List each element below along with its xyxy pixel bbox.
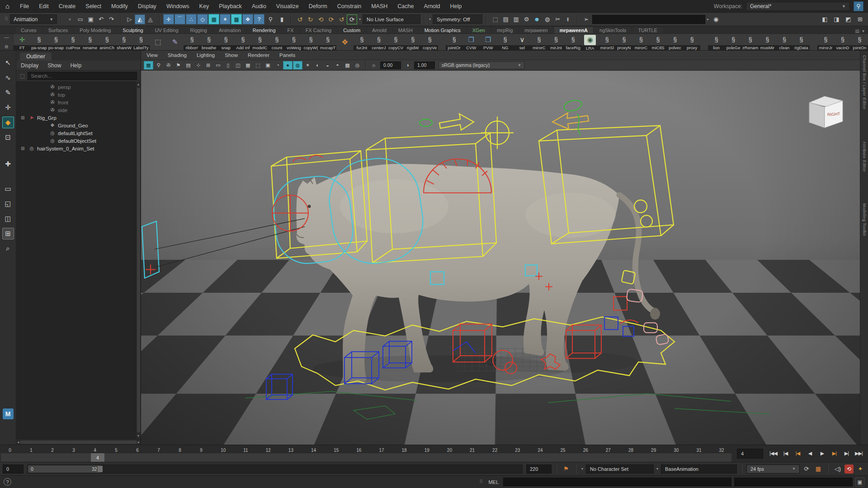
shelf-item[interactable]: § proxy [684,34,701,50]
shelf-gear-icon[interactable]: ⚙ [5,44,9,49]
layout-button[interactable]: ⌕ [2,243,14,254]
shelf-tab[interactable]: Curves [15,27,42,33]
expand-icon[interactable]: ⊞ [21,115,26,120]
selection-mode-icon[interactable]: ▷ [124,14,135,24]
frame-tick-label[interactable]: 12 [266,448,271,453]
playback-button[interactable]: |◀ [792,448,803,459]
menu-item[interactable]: Key [194,3,214,9]
frame-tick-label[interactable]: 30 [674,448,679,453]
command-language-toggle[interactable]: MEL [486,479,500,485]
sidebar-toggle-icon[interactable]: ◩ [843,14,854,24]
menu-item[interactable]: Audio [247,3,271,9]
fps-dropdown[interactable]: 24 fps ▼ [746,465,800,474]
snap-icon[interactable]: ▦ [208,14,219,24]
snap-icon[interactable]: ◇ [197,14,208,24]
shelf-item[interactable]: ◉ LRA [581,34,599,50]
colorspace-dropdown[interactable]: sRGB gamma (legacy) ▼ [439,61,524,69]
chevron-down-icon[interactable]: ▾ [656,467,658,471]
viewport-toolbar-icon[interactable]: ▩ [343,61,352,70]
shelf-config-icon[interactable]: ▤ [855,28,859,33]
sidebar-vertical-tab[interactable]: Modeling Toolkit [862,203,867,236]
menu-item[interactable]: Create [54,3,81,9]
shelf-tab[interactable]: Arnold [367,27,392,33]
layout-button[interactable]: ▭ [2,183,14,195]
shelf-item[interactable]: § LabelTy [132,34,150,50]
frame-tick-label[interactable]: 22 [492,448,497,453]
script-editor-icon[interactable]: ▣ [855,478,864,487]
sidebar-toggle-icon[interactable]: ◧ [820,14,830,24]
render-icon[interactable]: ▤ [500,14,511,24]
frame-tick-label[interactable]: 24 [538,448,542,453]
shelf-item[interactable] [438,34,445,50]
workspace-lock-button[interactable]: ⚲ [854,1,863,11]
viewport-toolbar-icon[interactable]: ▦ [144,61,153,70]
svg-text:RIGHT[interactable]: RIGHT [827,112,840,117]
history-icon[interactable]: ⟳ [326,14,336,24]
render-icon[interactable]: ◍ [542,14,552,24]
shelf-item[interactable]: § shareW [115,34,132,50]
shelf-item[interactable]: § furJnt [354,34,371,50]
tool-button[interactable]: ✛ [2,102,14,113]
menu-item[interactable]: Cache [392,3,419,9]
shelf-tab[interactable]: Sculpting [117,27,148,33]
shelf-collapse-icon[interactable]: — [5,35,9,40]
menu-item[interactable]: Constrain [332,3,367,9]
layout-button[interactable]: ◱ [2,198,14,210]
shelf-item[interactable]: § copyW( [302,34,320,50]
auto-keyframe-icon[interactable]: ⟲ [844,465,854,474]
exposure-field[interactable]: 0.00 [380,61,401,69]
animation-prefs-icon[interactable]: ✦ [855,464,865,474]
frame-tick-label[interactable]: 0 [8,448,12,453]
shelf-tab[interactable]: TURTLE [632,27,663,33]
shelf-tab[interactable]: UV Editing [150,27,184,33]
layout-button[interactable]: ⊞ [2,228,14,239]
shelf-item[interactable]: § ribbon' [184,34,201,50]
outliner-row[interactable]: ✇ persp [16,83,136,91]
highlight-selection-icon[interactable]: ▮ [277,14,287,24]
menu-item[interactable]: Help [445,3,467,9]
character-input-icon[interactable]: ➢ [581,14,591,24]
sidebar-vertical-tab[interactable]: Channel Box / Layer Editor [862,55,867,110]
shelf-tab[interactable]: Surfaces [43,27,73,33]
shelf-item[interactable]: § rigidW [404,34,421,50]
outliner-menu-item[interactable]: Show [47,62,66,69]
viewport-toolbar-icon[interactable]: ◫ [233,61,243,70]
shelf-item[interactable]: § modelC [251,34,269,50]
file-icon[interactable]: ▫ [65,14,75,24]
viewport-toolbar-icon[interactable]: ◓ [333,61,342,70]
file-icon[interactable]: ▣ [85,14,96,24]
shelf-item[interactable]: ❒ PVW [480,34,497,50]
frame-tick-label[interactable]: 5 [114,448,118,453]
scroll-down-icon[interactable]: ▾ [137,434,139,438]
viewport-toolbar-icon[interactable]: ▤ [184,61,193,70]
shelf-item[interactable] [700,34,708,50]
shelf-item[interactable]: § copyVe [421,34,439,50]
playback-button[interactable]: ▶ [816,448,828,459]
shelf-item[interactable]: § mirorC [632,34,650,50]
viewport-toolbar-icon[interactable]: ◍ [293,61,302,70]
help-icon[interactable]: ? [4,478,11,486]
shelf-item[interactable]: § lion [708,34,725,50]
shelf-item[interactable]: § NG [497,34,514,50]
snap-icon[interactable]: ▩ [231,14,242,24]
shelf-item[interactable]: § mirorSl [599,34,616,50]
shelf-item[interactable]: ⬚ [150,34,167,50]
shelf-item[interactable]: ❖ [336,34,354,50]
menu-item[interactable]: Windows [161,3,194,9]
shelf-tab[interactable]: FX [282,27,299,33]
viewport-toolbar-icon[interactable]: ◔ [273,61,283,70]
menu-item[interactable]: Playback [214,3,247,9]
shelf-item[interactable]: § mirJnt [547,34,565,50]
shelf-item[interactable]: § centerJ [370,34,387,50]
render-icon[interactable]: ☻ [532,14,542,24]
snap-icon[interactable]: ❖ [242,14,253,24]
shelf-tab[interactable]: Poly Modeling [74,27,116,33]
outliner-search-input[interactable] [28,72,137,80]
menu-item[interactable]: Edit [34,3,54,9]
snap-icon[interactable]: ✶ [220,14,231,24]
viewport-toolbar-icon[interactable]: ▯ [223,61,233,70]
expand-icon[interactable]: ⊞ [21,146,26,151]
shelf-tab[interactable]: Animation [213,27,246,33]
chevron-right-icon[interactable]: ▸ [707,17,709,21]
viewport-toolbar-icon[interactable]: ⊞ [203,61,213,70]
